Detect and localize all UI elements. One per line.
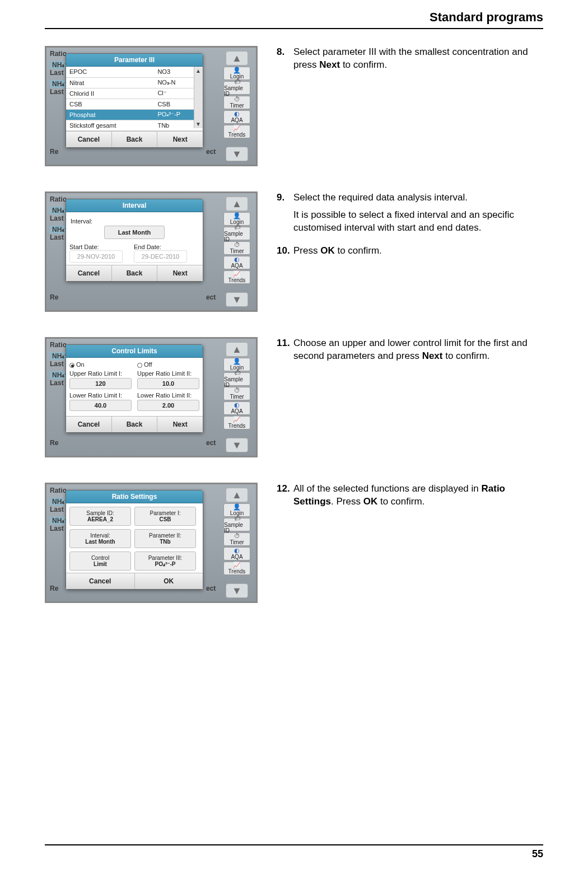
step-12: 12. All of the selected functions are di… (277, 483, 543, 508)
back-button[interactable]: Back (112, 265, 158, 281)
arrow-up-btn[interactable]: ▲ (226, 342, 248, 357)
aqa-btn[interactable]: ◐AQA (223, 256, 250, 269)
lower1-field[interactable]: 40.0 (69, 400, 132, 411)
cancel-button[interactable]: Cancel (66, 573, 135, 589)
interval-dialog: Interval Interval: Last Month Start Date… (66, 199, 203, 282)
param-row[interactable]: Chlorid IICl⁻ (66, 88, 203, 99)
step-9: 9. Select the required data analysis int… (277, 191, 543, 239)
radio-on[interactable]: On (69, 361, 132, 368)
param-row[interactable]: Stickstoff gesamtTNb (66, 120, 203, 130)
start-date-field[interactable]: 29-NOV-2010 (69, 250, 123, 263)
arrow-up-btn[interactable]: ▲ (226, 488, 248, 502)
param-row-selected[interactable]: PhosphatPO₄³⁻-P (66, 109, 203, 120)
ratio-settings-dialog: Ratio Settings Sample ID:AEREA_2 Paramet… (66, 490, 203, 590)
arrow-down-btn[interactable]: ▼ (226, 438, 248, 452)
upper2-field[interactable]: 10.0 (137, 378, 199, 389)
aqa-btn[interactable]: ◐AQA (223, 547, 250, 560)
upper1-field[interactable]: 120 (69, 378, 132, 389)
sample-id-btn[interactable]: 🏷Sample ID (223, 227, 250, 240)
back-button[interactable]: Back (112, 132, 158, 147)
trends-btn[interactable]: 📈Trends (223, 416, 250, 429)
step-11: 11. Choose an upper and lower control li… (277, 337, 543, 363)
end-date-field[interactable]: 29-DEC-2010 (134, 250, 187, 263)
sample-id-btn[interactable]: 🏷Sample ID (223, 372, 250, 386)
trends-btn[interactable]: 📈Trends (223, 125, 250, 138)
step-10: 10. Press OK to confirm. (277, 245, 543, 258)
cancel-button[interactable]: Cancel (66, 265, 112, 281)
param-row[interactable]: CSBCSB (66, 99, 203, 109)
radio-off[interactable]: Off (137, 361, 199, 368)
arrow-down-btn[interactable]: ▼ (226, 147, 248, 161)
param1-cell[interactable]: Parameter I:CSB (134, 507, 196, 526)
param-row[interactable]: NitratNO₃-N (66, 77, 203, 88)
step-8: 8. Select parameter III with the smalles… (277, 46, 543, 72)
control-limits-dialog: Control Limits On Off Upper Ratio Limit … (66, 344, 203, 433)
param-row[interactable]: EPOCNO3 (66, 67, 203, 77)
screenshot-ratio-settings: Ratio NH₄⁺-I Last N NH₄⁺-I Last N Re ect… (45, 483, 258, 603)
page-footer: 55 (45, 844, 543, 860)
screenshot-interval: Ratio NH₄⁺-I Last N NH₄⁺-I Last N Re ect… (45, 191, 258, 312)
dialog-title: Parameter III (66, 54, 203, 67)
cancel-button[interactable]: Cancel (66, 132, 112, 147)
next-button[interactable]: Next (157, 265, 203, 281)
screenshot-control-limits: Ratio NH₄⁺-I Last N NH₄⁺-I Last N Re ect… (45, 337, 258, 457)
lower1-label: Lower Ratio Limit I: (69, 392, 132, 399)
control-limit-cell[interactable]: ControlLimit (69, 551, 131, 571)
sample-id-cell[interactable]: Sample ID:AEREA_2 (69, 507, 131, 526)
arrow-down-btn[interactable]: ▼ (226, 292, 248, 307)
arrow-up-btn[interactable]: ▲ (226, 51, 248, 66)
start-date-label: Start Date: (69, 244, 123, 250)
upper2-label: Upper Ratio Limit II: (137, 370, 199, 377)
trends-btn[interactable]: 📈Trends (223, 270, 250, 284)
aqa-btn[interactable]: ◐AQA (223, 110, 250, 124)
upper1-label: Upper Ratio Limit I: (69, 370, 132, 377)
screenshot-parameter-iii: Ratio NH₄⁺-I Last N NH₄⁺-I Last N Re ect… (45, 46, 258, 166)
end-date-label: End Date: (134, 244, 187, 250)
sample-id-btn[interactable]: 🏷Sample ID (223, 81, 250, 95)
param3-cell[interactable]: Parameter III:PO₄³⁻-P (134, 551, 196, 571)
cancel-button[interactable]: Cancel (66, 417, 112, 432)
header-title: Standard programs (430, 10, 543, 24)
aqa-btn[interactable]: ◐AQA (223, 401, 250, 415)
arrow-up-btn[interactable]: ▲ (226, 197, 248, 211)
parameter-iii-dialog: Parameter III EPOCNO3 NitratNO₃-N Chlori… (66, 53, 203, 148)
ok-button[interactable]: OK (135, 573, 203, 589)
lower2-label: Lower Ratio Limit II: (137, 392, 199, 399)
next-button[interactable]: Next (157, 132, 203, 147)
timer-btn[interactable]: ⏱Timer (223, 241, 250, 255)
timer-btn[interactable]: ⏱Timer (223, 532, 250, 546)
interval-label: Interval: (71, 218, 198, 225)
lower2-field[interactable]: 2.00 (137, 400, 199, 411)
dialog-title: Ratio Settings (66, 490, 203, 503)
page-header: Standard programs (45, 0, 543, 29)
timer-btn[interactable]: ⏱Timer (223, 96, 250, 109)
bg-ect-label: ect (206, 148, 216, 156)
param2-cell[interactable]: Parameter II:TNb (134, 529, 196, 548)
timer-btn[interactable]: ⏱Timer (223, 387, 250, 400)
interval-field[interactable]: Last Month (104, 226, 165, 239)
arrow-down-btn[interactable]: ▼ (226, 583, 248, 598)
bg-re-label: Re (50, 148, 58, 156)
bg-ratio-label: Ratio (50, 50, 67, 58)
trends-btn[interactable]: 📈Trends (223, 562, 250, 575)
back-button[interactable]: Back (112, 417, 158, 432)
parameter-list[interactable]: EPOCNO3 NitratNO₃-N Chlorid IICl⁻ CSBCSB… (66, 67, 203, 131)
next-button[interactable]: Next (157, 417, 203, 432)
list-scrollbar[interactable]: ▲▼ (194, 67, 203, 128)
page-number: 55 (532, 848, 543, 859)
sample-id-btn[interactable]: 🏷Sample ID (223, 518, 250, 531)
dialog-title: Interval (66, 199, 203, 212)
dialog-title: Control Limits (66, 345, 203, 358)
interval-cell[interactable]: Interval:Last Month (69, 529, 131, 548)
